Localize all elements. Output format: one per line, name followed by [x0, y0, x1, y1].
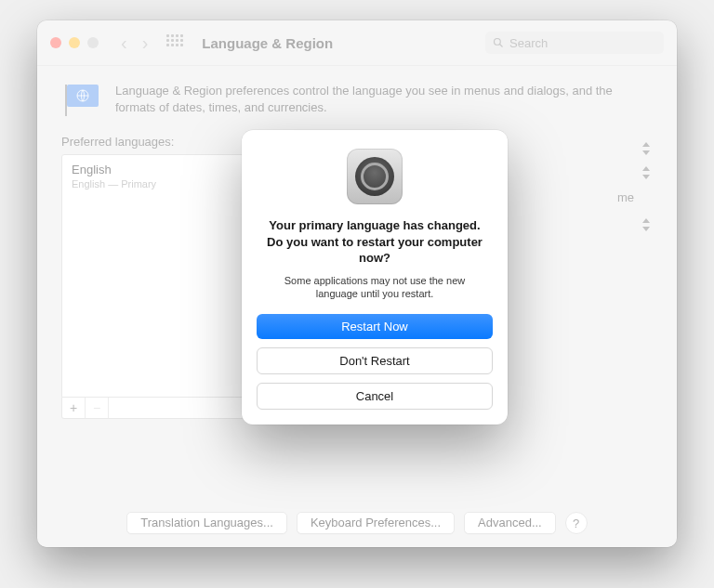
system-preferences-icon	[347, 149, 403, 204]
cancel-button[interactable]: Cancel	[257, 383, 493, 410]
dont-restart-button[interactable]: Don't Restart	[257, 347, 493, 374]
restart-now-button[interactable]: Restart Now	[257, 314, 493, 339]
dialog-message: Some applications may not use the new la…	[257, 274, 493, 302]
restart-dialog: Your primary language has changed. Do yo…	[242, 130, 508, 425]
dialog-title: Your primary language has changed. Do yo…	[257, 217, 493, 267]
